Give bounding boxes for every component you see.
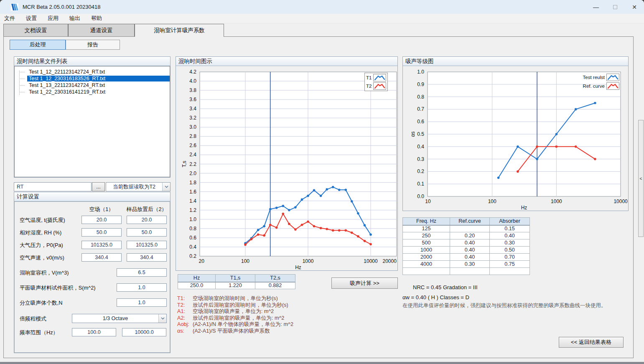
annotation-label: A2:	[177, 315, 193, 322]
file-name: Test 1_12_230316183526_RT.txt	[27, 76, 170, 81]
humidity-2-input[interactable]	[127, 228, 167, 237]
data-target-dropdown[interactable]: 当前数据读取为T2	[106, 182, 171, 191]
svg-text:1.4: 1.4	[189, 198, 196, 204]
table-cell: 250	[403, 232, 450, 239]
rt-chart-header: 混响时间图示	[176, 57, 397, 66]
maximize-icon	[613, 5, 617, 9]
svg-text:2.4: 2.4	[189, 152, 196, 158]
svg-text:T,s: T,s	[181, 161, 187, 167]
pressure-2-input[interactable]	[127, 241, 167, 249]
svg-text:0.8: 0.8	[417, 94, 424, 100]
menu-item-4[interactable]: 帮助	[91, 14, 107, 23]
main-tab-2[interactable]: 混响室计算吸声系数	[135, 24, 224, 37]
list-item[interactable]: Test 1_22_230316141219_RT.txt	[15, 89, 170, 95]
annotation-line-4: Aobj:(A2-A1)/N 单个物体的吸声量，单位为: m^2	[177, 321, 293, 328]
table-cell	[403, 268, 450, 275]
svg-text:1.0: 1.0	[189, 216, 196, 222]
menu-item-3[interactable]: 输出	[69, 14, 85, 23]
table-header: Absorber	[490, 218, 530, 225]
rt-chart[interactable]: 0.20.40.60.81.01.21.41.61.82.02.22.42.62…	[176, 66, 397, 270]
main-tab-0[interactable]: 文档设置	[3, 24, 68, 37]
sample-area-input[interactable]	[117, 283, 167, 292]
minimize-button[interactable]: —	[586, 0, 606, 14]
browse-button[interactable]: ...	[92, 182, 105, 191]
svg-text:3.6: 3.6	[189, 97, 196, 102]
room-volume-input[interactable]	[117, 268, 167, 277]
legend-label: T2	[366, 84, 372, 89]
table-cell: 0.40	[450, 254, 490, 261]
tree-guide-line	[19, 85, 25, 86]
freq-range-low-input[interactable]	[72, 328, 116, 336]
rt-chart-legend: T1T2	[364, 73, 388, 91]
annotation-label: A1:	[177, 308, 193, 315]
main-tabs: 文档设置通道设置混响室计算吸声系数	[3, 24, 224, 37]
calc-settings-body: 空场（1） 样品放置后（2） 空气温度, t(摄氏度) 相对湿度, RH (%)…	[14, 201, 170, 353]
tab-report[interactable]: 报告	[66, 40, 120, 50]
label-absorber-count: 分立吸声体个数,N	[20, 300, 62, 307]
svg-text:4.0: 4.0	[189, 78, 196, 84]
table-cell: 0.50	[490, 247, 530, 254]
annotation-label: αs:	[177, 328, 193, 335]
table-cell	[490, 268, 530, 275]
svg-text:0.7: 0.7	[417, 106, 424, 112]
sound-speed-1-input[interactable]	[81, 253, 122, 262]
table-cell: 0.75	[490, 261, 530, 268]
list-item[interactable]: Test 1_12_230316183526_RT.txt	[15, 75, 170, 82]
column-header-with-sample: 样品放置后（2）	[122, 206, 171, 213]
svg-text:0.3: 0.3	[417, 156, 424, 162]
close-button[interactable]: ✕	[625, 0, 644, 14]
absorber-count-input[interactable]	[117, 298, 167, 307]
file-list[interactable]: Test 1_12_221123142724_RT.txtTest 1_12_2…	[14, 66, 170, 177]
annotation-line-5: αs:(A2-A1)/S 平面吸声体的吸声系数	[177, 328, 293, 335]
table-header: Freq. Hz	[403, 218, 450, 225]
annotation-line-2: A1:空场混响室的吸声量，单位为: m^2	[177, 308, 293, 315]
table-cell: 125	[403, 225, 450, 232]
maximize-button[interactable]	[606, 0, 625, 14]
advisory-note: 在使用此单值评价量的时候，强烈建议与按照标准获得的完整的吸声系数曲线一块使用。	[402, 302, 606, 309]
table-cell	[450, 268, 490, 275]
octave-mode-dropdown[interactable]: 1/3 Octave	[72, 314, 167, 323]
main-tab-1[interactable]: 通道设置	[68, 24, 135, 37]
legend-entry: T1	[366, 74, 386, 81]
table-cell: 0.30	[490, 239, 530, 247]
browse-button-label: ...	[96, 184, 100, 190]
file-name: Test 1_22_230316141219_RT.txt	[27, 89, 170, 95]
chevron-down-icon[interactable]	[162, 183, 170, 191]
svg-text:3.0: 3.0	[189, 124, 196, 130]
svg-text:1000: 1000	[551, 199, 562, 204]
menu-item-2[interactable]: 应用	[48, 14, 64, 23]
svg-text:2.0: 2.0	[189, 171, 196, 176]
table-cell: 250.0	[178, 282, 216, 289]
air-temp-2-input[interactable]	[127, 216, 167, 224]
list-item[interactable]: Test 1_12_221123142724_RT.txt	[15, 69, 170, 75]
annotation-line-0: T1:空场混响室的混响时间，单位为秒(s)	[177, 295, 293, 302]
pressure-1-input[interactable]	[81, 241, 122, 249]
list-item[interactable]: Test 1_13_221123142724_RT.txt	[15, 82, 170, 89]
svg-text:0.4: 0.4	[189, 244, 196, 250]
svg-text:3.8: 3.8	[189, 87, 196, 93]
absorb-calc-button[interactable]: 吸声计算 >>	[331, 277, 398, 289]
file-list-group: 混时间结果文件列表 Test 1_12_221123142724_RT.txtT…	[14, 56, 171, 178]
back-to-results-button[interactable]: << 返回结果表格	[559, 337, 624, 348]
calc-settings-header: 计算设置	[14, 192, 170, 201]
menu-item-1[interactable]: 设置	[26, 14, 42, 23]
table-header: T1,s	[216, 275, 255, 282]
svg-text:1000: 1000	[303, 258, 314, 264]
sound-speed-2-input[interactable]	[127, 253, 167, 262]
table-header: Hz	[178, 275, 216, 282]
collapse-panel-handle[interactable]: <	[638, 120, 644, 237]
data-table[interactable]: HzT1,sT2,s250.01.2200.882	[178, 274, 295, 289]
menu-item-0[interactable]: 文件	[4, 14, 20, 23]
freq-range-high-input[interactable]	[122, 328, 166, 336]
annotation-text: 空场混响室的混响时间，单位为秒(s)	[193, 295, 278, 302]
annotation-line-3: A2:放试件后混响室的吸声量，单位为: m^2	[177, 315, 293, 322]
table-cell: 4000	[403, 261, 450, 268]
tab-postprocess[interactable]: 后处理	[10, 40, 66, 50]
air-temp-1-input[interactable]	[81, 216, 122, 224]
humidity-1-input[interactable]	[81, 228, 122, 237]
svg-text:0.0: 0.0	[417, 193, 424, 199]
label-sound-speed: 空气声速，v0(m/s)	[20, 255, 64, 262]
data-table[interactable]: Freq. HzRef.curveAbsorber1250.152500.200…	[402, 217, 530, 275]
rt-name-input[interactable]	[14, 182, 92, 191]
chevron-down-icon[interactable]	[158, 314, 166, 323]
